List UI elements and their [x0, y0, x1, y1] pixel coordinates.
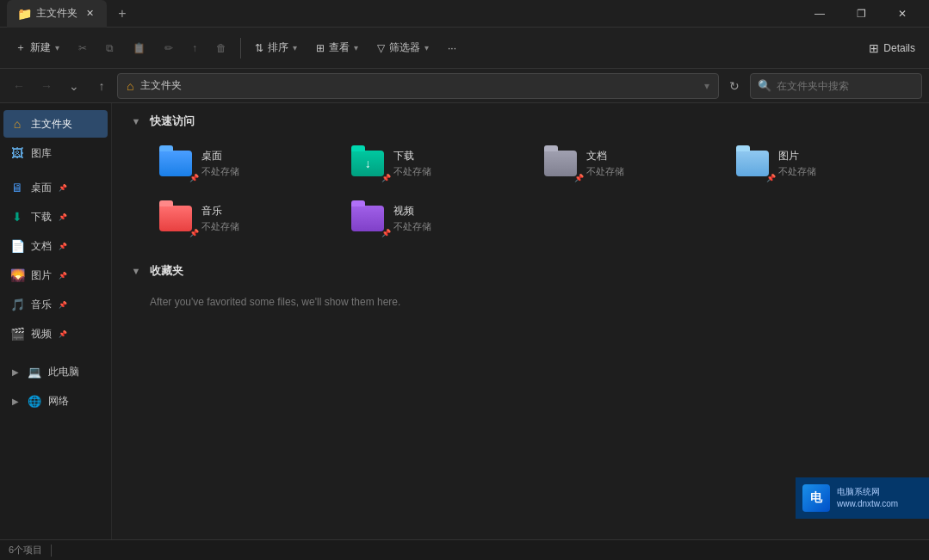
search-box[interactable]: 🔍	[750, 73, 922, 99]
refresh-button[interactable]: ↻	[722, 74, 746, 98]
sidebar-item-pictures[interactable]: 🌄 图片 📌	[3, 262, 108, 289]
paste-button[interactable]: 📋	[124, 33, 154, 64]
item-count: 6个项目	[9, 544, 42, 557]
watermark-logo-text: 电	[810, 490, 822, 506]
documents-folder-status: 不处存储	[586, 165, 624, 178]
sort-button[interactable]: ⇅ 排序 ▾	[246, 33, 306, 64]
new-tab-btn[interactable]: +	[110, 2, 134, 26]
folder-item-documents[interactable]: 文档 不处存储 📌	[535, 139, 720, 188]
sidebar-item-pc[interactable]: ▶ 💻 此电脑	[3, 358, 108, 385]
sort-label: 排序	[268, 40, 288, 55]
filter-button[interactable]: ▽ 筛选器 ▾	[369, 33, 437, 64]
address-input[interactable]: ⌂ 主文件夹 ▾	[117, 73, 719, 99]
pictures-folder-status: 不处存储	[778, 165, 816, 178]
up-button[interactable]: ↑	[90, 74, 114, 98]
sidebar-item-documents[interactable]: 📄 文档 📌	[3, 232, 108, 260]
minimize-btn[interactable]: —	[800, 0, 839, 28]
window-controls: — ❐ ✕	[800, 0, 922, 28]
sort-chevron: ▾	[293, 43, 297, 52]
downloads-folder-icon-wrap: ↓	[350, 146, 385, 181]
download-arrow-icon: ↓	[365, 157, 371, 170]
back-button[interactable]: ←	[7, 74, 31, 98]
details-icon: ⊞	[869, 41, 879, 55]
close-btn[interactable]: ✕	[883, 0, 922, 28]
pc-icon: 💻	[28, 365, 41, 378]
sidebar-item-desktop[interactable]: 🖥 桌面 📌	[3, 174, 108, 201]
tab-close-btn[interactable]: ✕	[83, 7, 96, 21]
filter-label: 筛选器	[389, 40, 420, 55]
network-expand-icon: ▶	[10, 396, 21, 406]
view-button[interactable]: ⊞ 查看 ▾	[307, 33, 367, 64]
home-folder-icon: ⌂	[10, 117, 24, 131]
pictures-folder-info: 图片 不处存储	[778, 149, 816, 178]
restore-btn[interactable]: ❐	[841, 0, 881, 28]
network-icon: 🌐	[28, 394, 41, 408]
sidebar-item-gallery[interactable]: 🖼 图库	[3, 139, 108, 167]
folder-item-desktop[interactable]: 桌面 不处存储 📌	[150, 139, 335, 188]
sidebar-item-music[interactable]: 🎵 音乐 📌	[3, 291, 108, 318]
gallery-icon: 🖼	[10, 146, 24, 160]
downloads-icon: ⬇	[10, 210, 24, 224]
pictures-folder-icon-wrap	[735, 146, 770, 181]
paste-icon: 📋	[133, 42, 146, 54]
desktop-folder-info: 桌面 不处存储	[201, 149, 239, 178]
share-button[interactable]: ↑	[183, 33, 206, 64]
downloads-folder-pin: 📌	[381, 174, 391, 182]
sidebar-item-videos[interactable]: 🎬 视频 📌	[3, 320, 108, 348]
desktop-folder-icon-wrap	[158, 146, 193, 181]
desktop-folder-status: 不处存储	[201, 165, 239, 178]
sidebar-videos-label: 视频	[31, 327, 52, 342]
folder-item-pictures[interactable]: 图片 不处存储 📌	[727, 139, 912, 188]
music-folder-icon	[159, 206, 192, 231]
music-folder-pin: 📌	[189, 229, 199, 237]
sidebar-item-network[interactable]: ▶ 🌐 网络	[3, 387, 108, 415]
address-bar: ← → ⌄ ↑ ⌂ 主文件夹 ▾ ↻ 🔍	[0, 69, 929, 103]
pictures-pin-icon: 📌	[59, 272, 67, 280]
rename-button[interactable]: ✏	[156, 33, 182, 64]
search-input[interactable]	[777, 80, 914, 92]
documents-folder-icon-wrap	[543, 146, 578, 181]
details-button[interactable]: ⊞ Details	[862, 41, 922, 55]
folder-item-videos[interactable]: 视频 不处存储 📌	[342, 194, 527, 243]
desktop-icon: 🖥	[10, 181, 24, 194]
toolbar: ＋ 新建 ▾ ✂ ⧉ 📋 ✏ ↑ 🗑 ⇅ 排序 ▾ ⊞ 查看 ▾ ▽ 筛选器 ▾…	[0, 28, 929, 69]
content-area: ▼ 快速访问 桌面 不处存储 📌 ↓	[112, 103, 929, 539]
expand-button[interactable]: ⌄	[62, 74, 86, 98]
videos-folder-icon-wrap	[350, 201, 385, 236]
watermark-line1: 电脑系统网	[837, 486, 898, 498]
sidebar-item-downloads[interactable]: ⬇ 下载 📌	[3, 203, 108, 231]
folder-item-downloads[interactable]: ↓ 下载 不处存储 📌	[342, 139, 527, 188]
new-button[interactable]: ＋ 新建 ▾	[7, 33, 68, 64]
folder-item-music[interactable]: 音乐 不处存储 📌	[150, 194, 335, 243]
desktop-folder-icon	[159, 151, 192, 176]
sidebar-item-home[interactable]: ⌂ 主文件夹	[3, 110, 108, 138]
downloads-folder-icon: ↓	[351, 151, 384, 176]
tab-title: 主文件夹	[36, 6, 77, 21]
downloads-folder-info: 下载 不处存储	[393, 149, 431, 178]
copy-button[interactable]: ⧉	[97, 33, 122, 64]
videos-folder-info: 视频 不处存储	[393, 204, 431, 233]
details-label: Details	[883, 42, 915, 54]
documents-folder-info: 文档 不处存储	[586, 149, 624, 178]
main-tab[interactable]: 📁 主文件夹 ✕	[7, 0, 107, 28]
quick-access-chevron[interactable]: ▼	[129, 114, 143, 128]
downloads-pin-icon: 📌	[59, 213, 67, 221]
sidebar-pc-label: 此电脑	[48, 365, 79, 379]
videos-folder-pin: 📌	[381, 229, 391, 237]
downloads-folder-status: 不处存储	[393, 165, 431, 178]
sidebar-home-label: 主文件夹	[31, 117, 72, 132]
desktop-pin-icon: 📌	[59, 184, 67, 192]
more-button[interactable]: ···	[439, 33, 465, 64]
desktop-folder-pin: 📌	[189, 174, 199, 182]
delete-button[interactable]: 🗑	[207, 33, 235, 64]
documents-folder-pin: 📌	[574, 174, 584, 182]
status-bar: 6个项目	[0, 539, 929, 560]
favorites-chevron[interactable]: ▼	[129, 264, 143, 278]
forward-button[interactable]: →	[34, 74, 59, 98]
more-icon: ···	[448, 42, 456, 54]
music-folder-info: 音乐 不处存储	[201, 204, 239, 233]
sidebar-gallery-label: 图库	[31, 146, 52, 161]
favorites-header: ▼ 收藏夹	[129, 263, 912, 279]
cut-button[interactable]: ✂	[70, 33, 96, 64]
sidebar-documents-label: 文档	[31, 239, 52, 254]
